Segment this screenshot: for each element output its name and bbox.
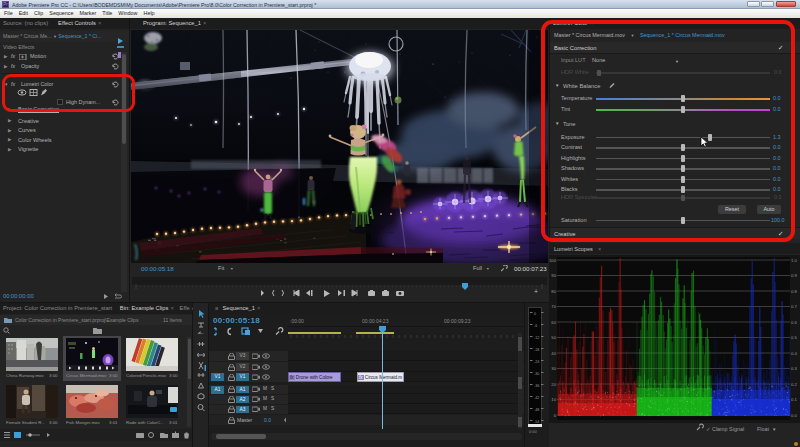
- svg-text:0.4: 0.4: [791, 351, 797, 356]
- svg-text:50: 50: [551, 335, 556, 340]
- svg-text:0.8: 0.8: [791, 289, 797, 294]
- svg-text:0: 0: [534, 312, 536, 316]
- svg-text:1.0: 1.0: [791, 258, 797, 263]
- svg-text:-30: -30: [534, 372, 539, 376]
- svg-text:70: 70: [551, 304, 556, 309]
- svg-text:20: 20: [551, 382, 556, 387]
- svg-text:100: 100: [549, 258, 557, 263]
- svg-text:90: 90: [551, 273, 556, 278]
- svg-text:Lumetri Scopes: Lumetri Scopes: [554, 246, 593, 252]
- svg-text:0.2: 0.2: [791, 382, 797, 387]
- svg-text:0.6: 0.6: [791, 320, 797, 325]
- svg-text:30: 30: [551, 366, 556, 371]
- svg-text:80: 80: [551, 289, 556, 294]
- svg-text:-18: -18: [534, 348, 539, 352]
- svg-text:▼: ▼: [772, 427, 776, 432]
- svg-text:-24: -24: [534, 360, 539, 364]
- svg-text:-6: -6: [534, 324, 537, 328]
- svg-text:0.7: 0.7: [791, 304, 797, 309]
- svg-text:-36: -36: [534, 384, 539, 388]
- svg-text:60: 60: [551, 320, 556, 325]
- svg-text:0.1: 0.1: [791, 397, 797, 402]
- svg-text:×: ×: [598, 246, 601, 252]
- svg-text:0.9: 0.9: [791, 273, 797, 278]
- svg-text:0.0: 0.0: [791, 413, 797, 418]
- svg-text:40: 40: [551, 351, 556, 356]
- svg-text:-42: -42: [534, 396, 539, 400]
- svg-text:10: 10: [551, 397, 556, 402]
- svg-text:0.5: 0.5: [791, 335, 797, 340]
- svg-text:Float: Float: [757, 426, 769, 432]
- svg-text:✓ Clamp Signal: ✓ Clamp Signal: [706, 426, 744, 432]
- svg-text:0.3: 0.3: [791, 366, 797, 371]
- svg-text:-12: -12: [534, 336, 539, 340]
- svg-text:-48: -48: [534, 408, 539, 412]
